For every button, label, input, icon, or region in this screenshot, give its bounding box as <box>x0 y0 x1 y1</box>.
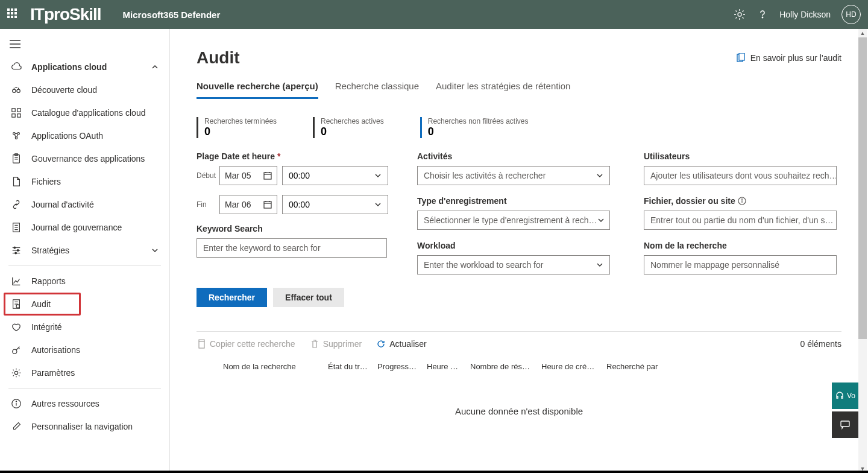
sidebar-item-personnaliser[interactable]: Personnaliser la navigation <box>0 415 169 438</box>
document-icon <box>736 53 746 63</box>
sidebar-item-strategies[interactable]: Stratégies <box>0 239 169 262</box>
app-launcher-icon[interactable] <box>7 8 19 21</box>
audit-icon <box>11 299 22 310</box>
binoculars-icon <box>11 84 22 95</box>
stat-label: Recherches non filtrées actives <box>428 117 529 125</box>
tab-nouvelle-recherche[interactable]: Nouvelle recherche (aperçu) <box>197 81 318 99</box>
sidebar-label: Découverte cloud <box>31 85 97 95</box>
product-name: Microsoft365 Defender <box>123 10 221 20</box>
svg-point-26 <box>17 250 19 252</box>
svg-rect-51 <box>841 421 849 427</box>
sidebar-item-decouverte[interactable]: Découverte cloud <box>0 78 169 101</box>
sidebar-item-autorisations[interactable]: Autorisations <box>0 338 169 361</box>
tab-recherche-classique[interactable]: Recherche classique <box>335 81 419 99</box>
svg-point-31 <box>16 305 19 308</box>
copy-search-button[interactable]: Copier cette recherche <box>197 339 295 349</box>
tab-retention[interactable]: Auditer les stratégies de rétention <box>436 81 570 99</box>
users-input[interactable]: Ajouter les utilisateurs dont vous souha… <box>644 166 837 185</box>
no-data-message: Aucune donnée n'est disponible <box>197 406 841 416</box>
sidebar-label: Catalogue d'applications cloud <box>31 108 145 118</box>
file-label: Fichier, dossier ou site <box>644 196 849 206</box>
col-created[interactable]: Heure de créati…↓ <box>536 362 602 371</box>
sidebar-item-journal-activite[interactable]: Journal d'activité <box>0 193 169 216</box>
sidebar-item-oauth[interactable]: Applications OAuth <box>0 124 169 147</box>
sidebar-item-journal-gouvernance[interactable]: Journal de gouvernance <box>0 216 169 239</box>
start-time-picker[interactable]: 00:00 <box>282 166 388 185</box>
sidebar-label: Intégrité <box>31 322 62 332</box>
link-icon <box>11 199 22 210</box>
user-avatar[interactable]: HD <box>841 5 861 24</box>
sidebar: Applications cloud Découverte cloud Cata… <box>0 29 170 473</box>
document-icon <box>11 222 22 233</box>
col-name[interactable]: Nom de la recherche <box>197 362 323 371</box>
info-icon <box>11 398 22 409</box>
keyword-input[interactable]: Enter the keyword to search for <box>197 238 387 258</box>
stat-value: 0 <box>428 125 529 138</box>
col-searched-by[interactable]: Recherché par <box>602 362 722 371</box>
sidebar-item-audit[interactable]: Audit <box>0 293 169 316</box>
sidebar-label: Applications OAuth <box>31 131 103 141</box>
stat-active: Recherches actives 0 <box>313 117 384 138</box>
stat-unfiltered: Recherches non filtrées actives 0 <box>420 117 529 138</box>
end-time-picker[interactable]: 00:00 <box>282 195 388 214</box>
svg-rect-43 <box>264 202 271 208</box>
col-results[interactable]: Nombre de résultats <box>465 362 536 371</box>
refresh-icon <box>376 339 386 349</box>
search-name-label: Nom de la recherche <box>644 241 849 250</box>
svg-point-5 <box>13 89 16 92</box>
clear-button[interactable]: Effacer tout <box>273 288 344 307</box>
learn-more-link[interactable]: En savoir plus sur l'audit <box>736 53 841 63</box>
workload-label: Workload <box>417 241 628 250</box>
svg-rect-38 <box>739 53 744 60</box>
settings-icon[interactable] <box>734 8 746 21</box>
brand-logo: ITproSkill <box>30 5 101 24</box>
sidebar-label: Autres ressources <box>31 399 99 408</box>
heart-icon <box>11 322 22 332</box>
record-type-select[interactable]: Sélectionner le type d'enregistrement à … <box>417 211 610 230</box>
sidebar-toggle[interactable] <box>0 35 169 56</box>
stat-value: 0 <box>204 125 277 138</box>
scroll-up-arrow[interactable]: ▲ <box>858 29 867 37</box>
delete-button[interactable]: Supprimer <box>310 339 362 349</box>
sidebar-item-parametres[interactable]: Paramètres <box>0 361 169 384</box>
col-status[interactable]: État du travail <box>323 362 373 371</box>
file-input[interactable]: Entrer tout ou partie du nom d'un fichie… <box>644 211 837 230</box>
stat-label: Recherches terminées <box>204 117 277 125</box>
help-icon[interactable] <box>756 8 769 21</box>
stats-row: Recherches terminées 0 Recherches active… <box>197 117 841 138</box>
record-type-label: Type d'enregistrement <box>417 196 628 206</box>
top-bar: ITproSkill Microsoft365 Defender Holly D… <box>0 0 868 29</box>
search-button[interactable]: Rechercher <box>197 288 267 307</box>
keyword-label: Keyword Search <box>197 224 401 233</box>
activities-select[interactable]: Choisir les activités à rechercher <box>417 166 610 185</box>
sidebar-item-integrite[interactable]: Intégrité <box>0 316 169 338</box>
sidebar-label: Journal d'activité <box>31 200 94 209</box>
svg-point-36 <box>16 401 16 402</box>
sidebar-item-catalogue[interactable]: Catalogue d'applications cloud <box>0 101 169 124</box>
col-progress[interactable]: Progressi… <box>373 362 422 371</box>
svg-rect-7 <box>12 109 15 112</box>
scrollbar-thumb[interactable] <box>858 37 867 339</box>
workload-select[interactable]: Enter the workload to search for <box>417 255 610 275</box>
sidebar-label: Rapports <box>31 276 66 286</box>
chart-icon <box>11 276 22 287</box>
end-date-picker[interactable]: Mar 06 <box>219 195 277 214</box>
chevron-down-icon <box>374 201 382 208</box>
sidebar-item-autres[interactable]: Autres ressources <box>0 392 169 415</box>
svg-point-49 <box>741 199 742 200</box>
sidebar-item-gouvernance[interactable]: Gouvernance des applications <box>0 147 169 170</box>
results-toolbar: Copier cette recherche Supprimer Actuali… <box>197 332 841 356</box>
sidebar-item-rapports[interactable]: Rapports <box>0 270 169 293</box>
sidebar-item-applications-cloud[interactable]: Applications cloud <box>0 56 169 78</box>
tabs: Nouvelle recherche (aperçu) Recherche cl… <box>197 81 841 99</box>
start-date-picker[interactable]: Mar 05 <box>219 166 277 185</box>
refresh-button[interactable]: Actualiser <box>376 339 426 349</box>
support-button[interactable]: Vo <box>832 383 858 409</box>
search-name-input[interactable]: Nommer le mappage personnalisé <box>644 255 837 275</box>
feedback-button[interactable] <box>832 411 858 438</box>
chevron-down-icon <box>596 172 603 179</box>
col-time[interactable]: Heure de… <box>422 362 465 371</box>
svg-rect-8 <box>17 109 20 112</box>
sidebar-item-fichiers[interactable]: Fichiers <box>0 170 169 193</box>
nav-separator <box>8 265 161 266</box>
